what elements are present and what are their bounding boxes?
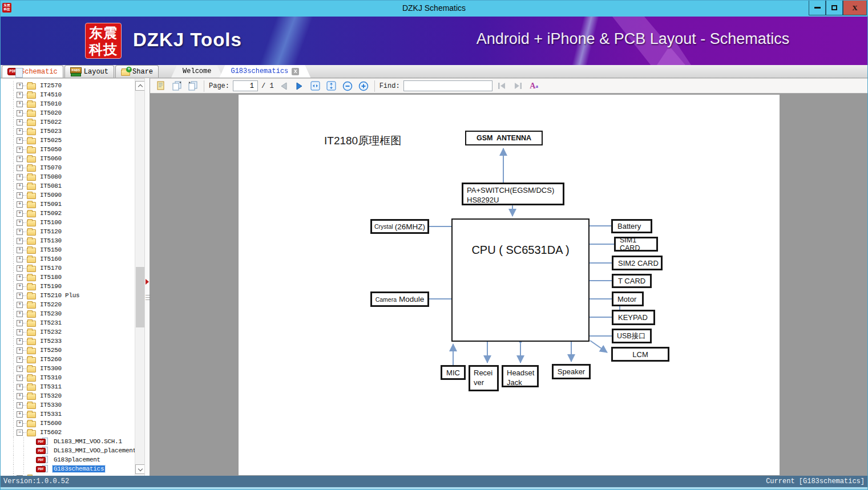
close-button[interactable]: X [843,1,867,15]
tree-item-folder[interactable]: +IT5100 [1,218,135,227]
tree-item-folder[interactable]: +IT5025 [1,136,135,145]
scroll-thumb[interactable] [136,267,144,327]
tree-item-folder[interactable]: +IT5090 [1,191,135,200]
tree-item-folder[interactable]: +IT4510 [1,90,135,99]
find-previous-icon[interactable] [496,80,508,92]
tree-item-folder[interactable]: +IT5120 [1,227,135,236]
fit-width-icon[interactable] [309,80,322,92]
tree-item-label[interactable]: IT5025 [39,137,63,144]
tree-item-label[interactable]: IT4510 [39,91,63,98]
tree-item-folder[interactable]: +IT5231 [1,318,135,327]
find-next-icon[interactable] [512,80,524,92]
expand-toggle[interactable]: + [17,128,23,135]
tree-item-label[interactable]: DL183_MMI_VOO_placement [53,447,135,454]
expand-toggle[interactable]: + [17,229,23,235]
tree-item-label[interactable]: IT5233 [39,338,63,345]
tree-item-label[interactable]: IT5311 [39,383,63,390]
tree-item-folder[interactable]: +IT5310 [1,373,135,382]
collapse-arrow-icon[interactable] [146,279,149,285]
expand-toggle[interactable]: + [17,265,23,272]
tree-item-folder[interactable]: +IT5250 [1,346,135,355]
tree-item-label[interactable]: G183placement [53,456,102,463]
expand-toggle[interactable]: + [17,192,23,199]
tree-item-folder[interactable]: +IT5190 [1,282,135,291]
expand-toggle[interactable]: + [17,101,23,107]
tree-item-label[interactable]: G183schematics [53,465,105,472]
next-page-button[interactable] [293,80,306,92]
tree-item-folder[interactable]: +IT5232 [1,327,135,337]
expand-toggle[interactable]: + [17,220,23,226]
tree-item-label[interactable]: IT5080 [39,173,63,180]
tree-item-folder[interactable]: + [1,473,135,476]
expand-toggle[interactable]: + [17,302,23,308]
tree-item-folder[interactable]: +IT5060 [1,154,135,163]
tab-close-icon[interactable]: x [292,68,299,75]
tree-item-folder[interactable]: +IT5050 [1,145,135,154]
expand-toggle[interactable]: + [17,347,23,354]
fit-page-icon[interactable] [325,80,338,92]
tree-item-label[interactable]: IT5120 [39,228,63,235]
tree-item-label[interactable]: IT5250 [39,347,63,354]
tree-item-label[interactable]: IT5170 [39,265,63,272]
tree-item-label[interactable]: IT5310 [39,374,63,381]
expand-toggle[interactable]: + [17,165,23,171]
expand-toggle[interactable]: + [17,384,23,390]
expand-toggle[interactable]: + [17,201,23,208]
tree-item-label[interactable]: IT5130 [39,237,63,244]
expand-toggle[interactable]: + [17,156,23,162]
previous-view-icon[interactable] [171,80,183,92]
page-number-input[interactable] [233,80,258,91]
tree-item-label[interactable]: IT5020 [39,110,63,116]
tree-item-label[interactable]: IT5231 [39,319,63,326]
tree-item-label[interactable]: IT5081 [39,183,63,189]
tree-item-label[interactable]: IT5320 [39,392,63,399]
tree-item-folder[interactable]: +IT5180 [1,273,135,282]
pdf-canvas[interactable]: IT2180原理框图 GSM ANTENNA PA+SWITCH(EGSM/DC… [150,94,867,476]
prev-page-button[interactable] [277,80,290,92]
zoom-in-icon[interactable] [357,80,370,92]
tree-item-folder[interactable]: +IT5300 [1,364,135,373]
expand-toggle[interactable]: + [17,420,23,427]
tree-item-label[interactable]: IT5220 [39,301,63,308]
expand-toggle[interactable]: + [17,110,23,116]
tree-item-folder[interactable]: +IT5022 [1,118,135,127]
expand-toggle[interactable]: + [17,147,23,153]
tree-item-label[interactable]: IT5210 Plus [39,292,80,299]
tree-item-label[interactable]: IT5600 [39,420,63,427]
scroll-up-button[interactable] [135,81,144,91]
tree-item-folder[interactable]: +IT5331 [1,410,135,419]
tree-item-folder[interactable]: +IT5010 [1,99,135,108]
tree-item-label[interactable]: IT5090 [39,192,63,199]
tree-item-label[interactable]: IT5050 [39,146,63,153]
tree-item-folder[interactable]: +IT5160 [1,254,135,264]
tree-item-label[interactable]: IT5060 [39,155,63,162]
sidebar-scrollbar[interactable] [135,79,144,476]
tree-item-folder[interactable]: +IT5091 [1,200,135,209]
tab-layout[interactable]: PADS Layout [64,65,114,78]
tree-item-folder[interactable]: +IT5210 Plus [1,291,135,300]
expand-toggle[interactable]: + [17,311,23,317]
tree-item-folder[interactable]: +IT5020 [1,108,135,118]
tree-item-label[interactable]: IT5010 [39,100,63,107]
tree-item-folder[interactable]: +IT2570 [1,81,135,90]
tree-item-folder[interactable]: +IT5150 [1,245,135,254]
tree-item-folder[interactable]: +IT5600 [1,419,135,428]
doc-tab-g183schematics[interactable]: G183schematics x [219,65,310,78]
expand-toggle[interactable]: + [17,320,23,326]
tree-item-folder[interactable]: +IT5330 [1,400,135,410]
tree-item-folder[interactable]: +IT5320 [1,391,135,400]
expand-toggle[interactable]: + [17,210,23,217]
tree-item-label[interactable]: IT5260 [39,356,63,363]
find-input[interactable] [403,80,492,91]
sidebar-splitter[interactable]: ——— [144,78,150,476]
tree-item-folder[interactable]: +IT5170 [1,264,135,273]
tree-item-folder[interactable]: +IT5092 [1,209,135,218]
expand-toggle[interactable]: + [17,183,23,189]
tree-item-pdf[interactable]: PDFG183placement [1,455,135,464]
tree-item-folder[interactable]: +IT5070 [1,163,135,172]
expand-toggle[interactable]: + [17,119,23,125]
zoom-out-icon[interactable] [341,80,354,92]
expand-toggle[interactable]: + [17,247,23,253]
tree-item-label[interactable]: IT5330 [39,402,63,408]
tree-item-pdf[interactable]: PDFDL183_MMI_VOO_placement [1,446,135,455]
